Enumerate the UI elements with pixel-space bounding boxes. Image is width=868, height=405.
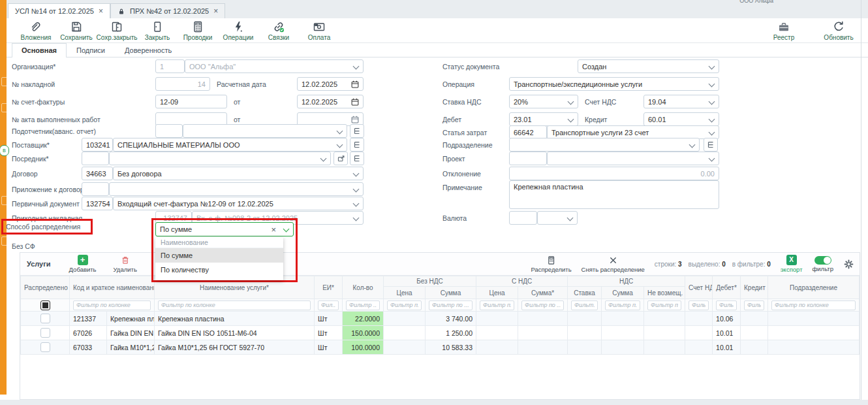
primary-doc-code-field[interactable]: 132754 [82,197,113,210]
distribute-button[interactable]: Распределить [531,255,571,273]
filter-toggle[interactable]: фильтр [812,256,833,272]
postings-button[interactable]: Проводки [178,20,218,41]
currency-select[interactable] [537,211,578,225]
filter-input-rate[interactable] [571,300,598,310]
vat-account-select[interactable]: 19.04 [643,95,719,108]
cost-item-code-field[interactable]: 66642 [509,125,547,139]
filter-input-code[interactable] [73,300,151,310]
mediator-code-field[interactable] [82,152,109,165]
chevron-down-icon [567,215,574,221]
export-button[interactable]: X экспорт [781,255,803,273]
close-button[interactable]: Закрыть [137,20,178,41]
operation-select[interactable]: Транспортные/экспедиционные услуги [509,77,719,91]
filter-input-debit[interactable] [716,300,737,310]
select-value: Транспортные услуги 23 счет [551,129,649,137]
tab-usl-document[interactable]: УСЛ №14 от 12.02.2025 × [8,3,110,18]
table-row[interactable]: 67033 Гайка М10*1,25 6Н Г... Гайка М10*1… [21,340,860,355]
calendar-icon[interactable] [350,97,360,106]
filter-input-nonrefund[interactable] [647,300,681,310]
filter-input-qty[interactable] [346,300,380,310]
gear-icon[interactable] [843,259,854,270]
supplier-code-field[interactable]: 103241 [82,138,113,152]
refresh-button[interactable]: Обновить [818,20,859,41]
credit-select[interactable]: 60.01 [643,112,719,126]
calc-date-field[interactable]: 12.02.2025 [297,77,364,91]
calendar-icon[interactable] [350,80,360,89]
filter-input-price2[interactable] [480,300,514,310]
primary-doc-select[interactable]: Входящий счет-фактура №12-09 от 12.02.20… [113,197,364,210]
tab-signatures[interactable]: Подписи [67,43,115,57]
vat-rate-select[interactable]: 20% [509,95,578,108]
org-select[interactable]: ООО "Альфа" [185,59,364,73]
annex-select[interactable] [109,182,364,196]
mediator-select[interactable] [109,152,331,165]
sf-no-field[interactable]: 12-09 [155,95,227,108]
operations-button[interactable]: Операции [218,20,258,41]
payment-button[interactable]: Оплата [299,20,339,41]
filter-input-sum1[interactable] [429,300,473,310]
row-select-checkbox[interactable] [40,314,50,323]
tab-power-of-attorney[interactable]: Доверенность [115,43,181,57]
open-card-button[interactable] [333,152,348,165]
hierarchy-picker-button[interactable] [350,138,364,152]
filter-input-ei[interactable] [318,300,339,310]
dropdown-option[interactable]: По сумме [155,248,283,263]
dropdown-option[interactable]: По количеству [155,263,283,277]
button-label: Распределить [531,266,571,273]
calendar-icon[interactable] [350,115,360,124]
sidebar-icon [1,236,8,246]
clear-icon[interactable]: × [271,225,276,235]
delete-row-button[interactable]: Удалить [114,255,137,273]
distribution-method-combo[interactable]: По сумме × [155,222,294,236]
sf-date-field[interactable]: 12.02.2025 [297,95,364,108]
table-row[interactable]: 67026 Гайка DIN EN ISO 10... Гайка DIN E… [21,326,860,340]
links-button[interactable]: Связки [258,20,299,41]
cell-short-name: Гайка DIN EN ISO 10... [107,326,155,340]
close-icon[interactable]: × [99,7,103,15]
door-icon [151,20,164,33]
filter-input-vat-account[interactable] [689,300,709,310]
close-icon[interactable]: × [213,7,218,15]
podotchetnik-select[interactable] [183,124,347,138]
attachments-button[interactable]: Вложения [16,20,56,41]
cell-name: Гайка М10*1,25 6Н ГОСТ 5927-70 [155,340,315,355]
status-select[interactable]: Создан [578,59,719,73]
add-row-button[interactable]: + Добавить [69,255,97,273]
tab-prh-document[interactable]: ПРХ №42 от 12.02.2025 × [110,3,225,18]
division-select[interactable] [509,138,700,152]
row-select-checkbox[interactable] [40,342,50,352]
tab-main[interactable]: Основная [12,43,67,57]
hierarchy-picker-button[interactable] [350,152,364,165]
save-close-icon [110,20,123,33]
currency-code-field[interactable] [509,211,537,225]
notes-textarea[interactable]: Крепежная пластина [509,180,719,209]
table-stats: строки: 3 выделено: 0 в фильтре: 0 [655,261,771,268]
row-select-checkbox[interactable] [40,328,50,338]
filter-input-sum2[interactable] [521,300,564,310]
save-close-button[interactable]: Сохр.закрыть [97,20,137,41]
field-label: Способ распределения [3,223,80,231]
annex-code-field[interactable] [82,182,109,196]
project-select[interactable] [547,152,719,165]
filter-input-sum3[interactable] [605,300,640,310]
project-code-field[interactable] [509,152,547,165]
cell-debit: 10.01 [713,326,741,340]
undistribute-button[interactable]: Снять распределение [581,255,645,273]
save-button[interactable]: Сохранить [56,20,97,41]
table-row[interactable]: 121337 Крепежная пластина Крепежная плас… [21,312,860,326]
filter-input-division[interactable] [771,300,856,310]
contract-select[interactable]: Без договора [113,167,364,180]
hierarchy-picker-button[interactable] [350,124,364,138]
supplier-select[interactable]: СПЕЦИАЛЬНЫЕ МАТЕРИАЛЫ ООО [113,138,347,152]
debit-select[interactable]: 23.01 [509,112,578,126]
filter-input-name[interactable] [158,300,311,310]
toolbar: Вложения Сохранить Сохр.закрыть Закрыт [7,18,868,43]
podotchetnik-code-field[interactable] [155,124,183,138]
select-all-checkbox[interactable] [40,300,50,310]
cost-item-select[interactable]: Транспортные услуги 23 счет [547,125,719,139]
filter-input-credit[interactable] [744,300,764,310]
registry-button[interactable]: Реестр [764,20,804,41]
contract-code-field[interactable]: 34663 [82,167,113,180]
filter-input-price1[interactable] [387,300,422,310]
hierarchy-picker-button[interactable] [704,138,718,152]
